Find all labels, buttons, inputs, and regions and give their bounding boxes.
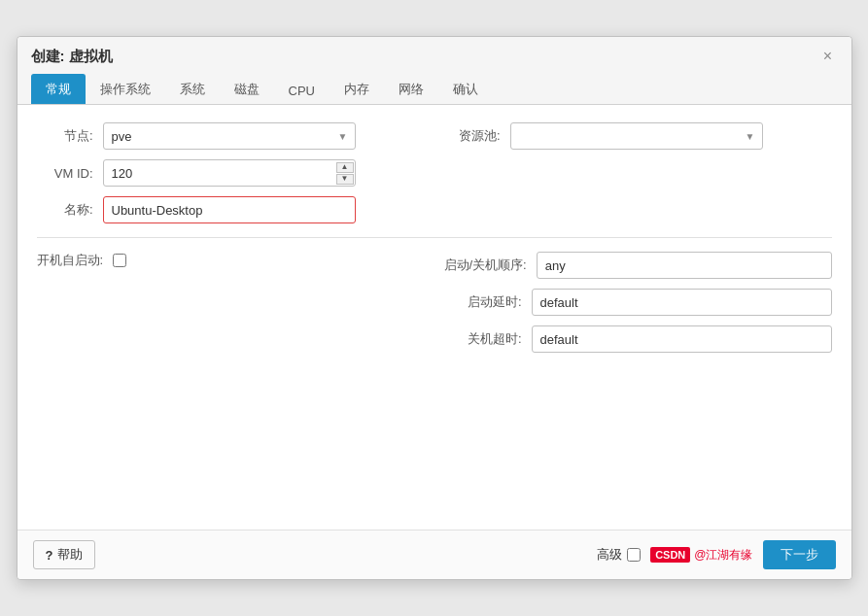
vmid-group: VM ID: ▲ ▼: [37, 159, 356, 187]
vmid-increment-button[interactable]: ▲: [336, 162, 354, 173]
advanced-label: 高级: [597, 546, 622, 564]
name-label: 名称:: [37, 201, 93, 219]
autostart-label: 开机自启动:: [37, 252, 104, 269]
tab-bar: 常规 操作系统 系统 磁盘 CPU 内存 网络 确认: [31, 74, 838, 104]
next-button[interactable]: 下一步: [763, 540, 836, 569]
vmid-input[interactable]: [103, 159, 356, 187]
node-group: 节点: pve ▼: [37, 122, 425, 150]
node-resource-row: 节点: pve ▼ 资源池: ▼: [37, 122, 832, 150]
tab-general[interactable]: 常规: [31, 74, 86, 104]
dialog-title: 创建: 虚拟机: [31, 48, 113, 66]
name-input[interactable]: [103, 196, 356, 223]
resource-select[interactable]: [510, 122, 763, 150]
help-icon: ?: [46, 548, 53, 563]
tab-cpu[interactable]: CPU: [274, 77, 330, 104]
dialog-footer: ? 帮助 高级 CSDN @江湖有缘 下一步: [17, 530, 851, 579]
node-select[interactable]: pve: [103, 122, 356, 150]
autostart-group: 开机自启动:: [37, 252, 425, 269]
vmid-label: VM ID:: [37, 166, 93, 181]
tab-confirm[interactable]: 确认: [438, 74, 493, 104]
resource-group: 资源池: ▼: [444, 122, 832, 150]
dialog-body: 节点: pve ▼ 资源池: ▼: [17, 105, 851, 530]
autostart-startup-row: 开机自启动: 启动/关机顺序: 启动延时: 关机超时:: [37, 252, 832, 353]
watermark-text: @江湖有缘: [694, 547, 752, 564]
section-divider: [37, 237, 832, 238]
node-select-wrap: pve ▼: [103, 122, 356, 150]
footer-right: 高级 CSDN @江湖有缘 下一步: [597, 540, 835, 569]
watermark-csdn: CSDN: [650, 547, 690, 563]
name-group: 名称:: [37, 196, 356, 223]
startup-order-row: 启动/关机顺序:: [444, 252, 832, 279]
vmid-spinner-buttons: ▲ ▼: [336, 162, 354, 185]
autostart-checkbox[interactable]: [113, 254, 126, 267]
node-label: 节点:: [37, 127, 93, 145]
vmid-spinner: ▲ ▼: [103, 159, 356, 187]
advanced-checkbox[interactable]: [627, 548, 641, 562]
tab-network[interactable]: 网络: [384, 74, 438, 104]
tab-os[interactable]: 操作系统: [86, 74, 165, 104]
tab-memory[interactable]: 内存: [330, 74, 384, 104]
start-delay-input[interactable]: [532, 289, 832, 316]
vmid-row: VM ID: ▲ ▼: [37, 159, 832, 187]
footer-left: ? 帮助: [33, 540, 96, 569]
create-vm-dialog: 创建: 虚拟机 × 常规 操作系统 系统 磁盘 CPU 内存 网络 确认 节点:…: [17, 36, 852, 580]
advanced-row: 高级: [597, 546, 641, 564]
tab-system[interactable]: 系统: [165, 74, 220, 104]
help-button[interactable]: ? 帮助: [33, 540, 96, 569]
start-delay-label: 启动延时:: [444, 293, 522, 311]
shutdown-timeout-row: 关机超时:: [444, 325, 832, 353]
name-row: 名称:: [37, 196, 832, 223]
close-button[interactable]: ×: [818, 47, 838, 66]
startup-group: 启动/关机顺序: 启动延时: 关机超时:: [444, 252, 832, 353]
resource-label: 资源池:: [444, 127, 501, 145]
shutdown-timeout-label: 关机超时:: [444, 330, 522, 348]
startup-order-input[interactable]: [537, 252, 832, 279]
tab-disk[interactable]: 磁盘: [220, 74, 274, 104]
dialog-header: 创建: 虚拟机 × 常规 操作系统 系统 磁盘 CPU 内存 网络 确认: [17, 37, 851, 105]
vmid-decrement-button[interactable]: ▼: [336, 174, 354, 185]
help-label: 帮助: [57, 546, 83, 564]
resource-select-wrap: ▼: [510, 122, 763, 150]
watermark: CSDN @江湖有缘: [650, 547, 752, 564]
start-delay-row: 启动延时:: [444, 289, 832, 316]
shutdown-timeout-input[interactable]: [532, 325, 832, 353]
autostart-checkbox-wrap: [113, 254, 126, 267]
title-row: 创建: 虚拟机 ×: [31, 47, 838, 66]
startup-order-label: 启动/关机顺序:: [444, 257, 527, 274]
